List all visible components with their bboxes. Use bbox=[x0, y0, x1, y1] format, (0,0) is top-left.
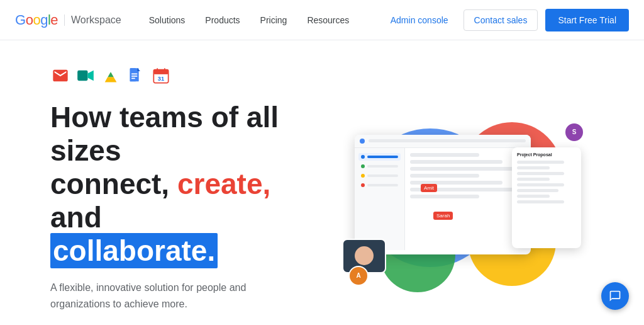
app-icons-row: 31 bbox=[50, 66, 323, 86]
svg-rect-10 bbox=[131, 78, 135, 79]
hero-title-create: create, bbox=[177, 168, 270, 200]
card-body bbox=[355, 148, 531, 250]
drive-icon bbox=[101, 66, 121, 86]
nav-solutions[interactable]: Solutions bbox=[142, 10, 193, 30]
calendar-icon: 31 bbox=[151, 66, 171, 86]
nav-links: Solutions Products Pricing Resources bbox=[142, 10, 357, 30]
svg-rect-0 bbox=[77, 71, 87, 81]
logo-workspace-text: Workspace bbox=[64, 14, 121, 26]
sidebar-item-3 bbox=[358, 181, 401, 189]
svg-rect-7 bbox=[130, 68, 136, 81]
nav-pricing[interactable]: Pricing bbox=[253, 10, 295, 30]
nav-resources[interactable]: Resources bbox=[299, 10, 357, 30]
logo-link[interactable]: Google Workspace bbox=[15, 12, 121, 28]
hero-title-collaborate: collaborate. bbox=[50, 233, 218, 268]
svg-rect-9 bbox=[131, 76, 137, 77]
svg-marker-3 bbox=[105, 77, 117, 82]
sidebar-dot-yellow bbox=[361, 174, 365, 178]
navbar: Google Workspace Solutions Products Pric… bbox=[0, 0, 644, 40]
hero-section: 31 How teams of all sizes connect, creat… bbox=[0, 40, 644, 325]
avatar-bottom: A bbox=[348, 266, 369, 286]
svg-rect-8 bbox=[131, 74, 137, 75]
nav-right: Admin console Contact sales Start Free T… bbox=[383, 9, 629, 31]
sidebar-dot bbox=[361, 155, 365, 159]
avatar-top: S bbox=[564, 122, 584, 142]
chat-fab-button[interactable] bbox=[601, 282, 629, 310]
panel-row-4 bbox=[517, 178, 550, 181]
sidebar-dot-green bbox=[361, 164, 365, 168]
sidebar-inbox bbox=[358, 153, 401, 161]
sidebar-dot-red bbox=[361, 183, 365, 187]
panel-row-5 bbox=[517, 183, 564, 186]
meet-icon bbox=[75, 66, 96, 86]
hero-left: 31 How teams of all sizes connect, creat… bbox=[50, 66, 323, 325]
panel-row-6 bbox=[517, 189, 558, 192]
card-header bbox=[355, 135, 531, 148]
badge-sarah: Sarah bbox=[433, 212, 453, 220]
nav-products[interactable]: Products bbox=[197, 10, 247, 30]
hero-illustration: Project Proposal S A Amit Sarah bbox=[323, 116, 594, 305]
admin-console-button[interactable]: Admin console bbox=[383, 10, 456, 30]
ui-row-3 bbox=[410, 167, 526, 171]
sidebar-item-1 bbox=[358, 162, 401, 170]
sidebar-item-2 bbox=[358, 172, 401, 180]
start-free-trial-nav-button[interactable]: Start Free Trial bbox=[545, 9, 629, 31]
header-bar bbox=[369, 139, 526, 142]
badge-amit: Amit bbox=[421, 184, 437, 192]
panel-row-1 bbox=[517, 161, 564, 164]
panel-row-3 bbox=[517, 172, 564, 175]
gmail-mockup-card bbox=[355, 135, 531, 254]
chat-icon bbox=[609, 290, 621, 302]
panel-row-7 bbox=[517, 195, 550, 198]
hero-subtitle: A flexible, innovative solution for peop… bbox=[50, 280, 264, 312]
panel-title: Project Proposal bbox=[517, 152, 576, 157]
ui-row-1 bbox=[410, 153, 479, 157]
ui-row-4 bbox=[410, 174, 479, 178]
logo-google: Google bbox=[15, 12, 58, 28]
header-dot-blue bbox=[360, 139, 365, 144]
svg-marker-1 bbox=[88, 71, 94, 81]
hero-title: How teams of all sizes connect, create, … bbox=[50, 101, 323, 267]
gmail-icon bbox=[50, 66, 70, 86]
docs-icon bbox=[126, 66, 146, 86]
ui-row-2 bbox=[410, 160, 502, 164]
doc-panel: Project Proposal bbox=[512, 147, 581, 248]
video-avatar-face bbox=[355, 246, 374, 265]
panel-row-2 bbox=[517, 166, 550, 169]
card-sidebar bbox=[355, 148, 405, 250]
panel-row-8 bbox=[517, 200, 564, 203]
ui-row-7 bbox=[410, 195, 479, 198]
svg-rect-13 bbox=[153, 72, 168, 74]
contact-sales-button[interactable]: Contact sales bbox=[464, 9, 538, 31]
svg-text:31: 31 bbox=[158, 76, 164, 82]
nav-left: Google Workspace Solutions Products Pric… bbox=[15, 10, 357, 30]
